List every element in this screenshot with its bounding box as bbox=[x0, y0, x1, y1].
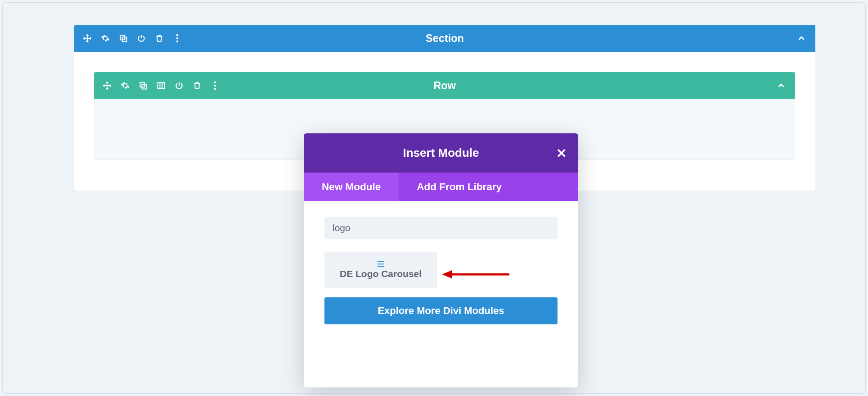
chevron-up-icon[interactable] bbox=[776, 81, 786, 91]
svg-point-6 bbox=[124, 85, 126, 87]
module-search-input[interactable] bbox=[324, 217, 558, 239]
tab-new-module[interactable]: New Module bbox=[304, 173, 399, 201]
more-icon[interactable] bbox=[210, 81, 220, 91]
more-icon[interactable] bbox=[172, 33, 182, 43]
svg-point-11 bbox=[214, 85, 216, 86]
svg-point-10 bbox=[214, 82, 216, 83]
row-header-bar: Row bbox=[94, 72, 795, 99]
duplicate-icon[interactable] bbox=[138, 81, 148, 91]
modal-tabs: New Module Add From Library bbox=[304, 173, 578, 201]
trash-icon[interactable] bbox=[154, 33, 164, 43]
gear-icon[interactable] bbox=[100, 33, 110, 43]
module-item-de-logo-carousel[interactable]: DE Logo Carousel bbox=[324, 252, 437, 288]
svg-point-4 bbox=[176, 37, 178, 39]
modal-title: Insert Module bbox=[403, 146, 479, 160]
explore-more-modules-button[interactable]: Explore More Divi Modules bbox=[324, 297, 558, 324]
columns-icon[interactable] bbox=[156, 81, 166, 91]
svg-point-0 bbox=[104, 37, 107, 40]
move-icon[interactable] bbox=[82, 33, 92, 43]
section-title: Section bbox=[74, 32, 815, 45]
modal-body: DE Logo Carousel Explore More Divi Modul… bbox=[304, 201, 578, 341]
power-icon[interactable] bbox=[174, 81, 184, 91]
builder-frame: Section bbox=[2, 2, 866, 394]
svg-rect-9 bbox=[158, 82, 165, 88]
move-icon[interactable] bbox=[102, 81, 112, 91]
duplicate-icon[interactable] bbox=[118, 33, 128, 43]
insert-module-modal: Insert Module ✕ New Module Add From Libr… bbox=[304, 133, 578, 387]
svg-point-12 bbox=[214, 88, 216, 90]
gear-icon[interactable] bbox=[120, 81, 130, 91]
hamburger-icon bbox=[377, 261, 384, 267]
modal-header: Insert Module ✕ bbox=[304, 133, 578, 173]
section-header-bar: Section bbox=[74, 25, 815, 52]
row-toolbar bbox=[94, 81, 220, 91]
svg-point-3 bbox=[176, 34, 178, 36]
close-icon[interactable]: ✕ bbox=[556, 146, 567, 160]
tab-add-from-library[interactable]: Add From Library bbox=[399, 173, 520, 201]
chevron-up-icon[interactable] bbox=[796, 33, 806, 43]
section-toolbar bbox=[74, 33, 182, 43]
module-label: DE Logo Carousel bbox=[340, 269, 422, 279]
trash-icon[interactable] bbox=[192, 81, 202, 91]
svg-point-5 bbox=[176, 41, 178, 42]
power-icon[interactable] bbox=[136, 33, 146, 43]
